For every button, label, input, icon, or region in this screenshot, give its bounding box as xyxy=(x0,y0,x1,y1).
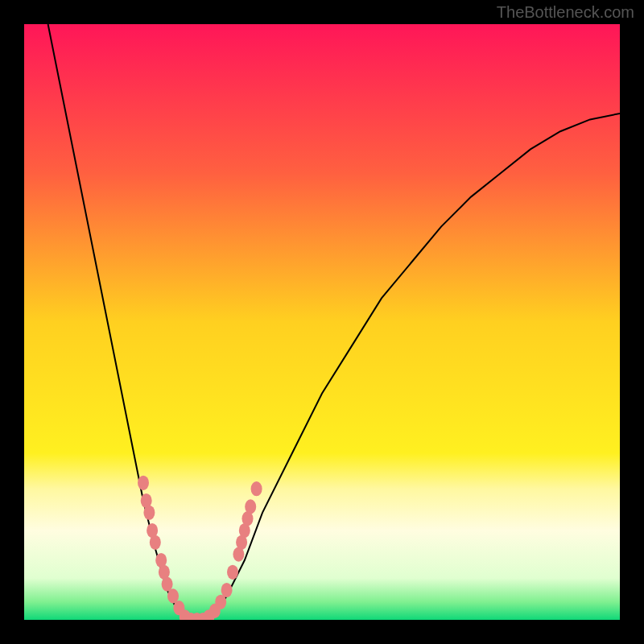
data-marker xyxy=(143,506,155,520)
data-marker xyxy=(227,565,238,580)
data-marker xyxy=(150,535,161,550)
chart-svg xyxy=(24,24,620,620)
chart-plot-area xyxy=(24,24,620,620)
chart-background xyxy=(24,24,620,620)
data-marker xyxy=(138,476,149,490)
data-marker xyxy=(245,499,256,514)
watermark-text: TheBottleneck.com xyxy=(497,3,634,22)
data-marker xyxy=(221,583,233,597)
data-marker xyxy=(251,481,262,496)
